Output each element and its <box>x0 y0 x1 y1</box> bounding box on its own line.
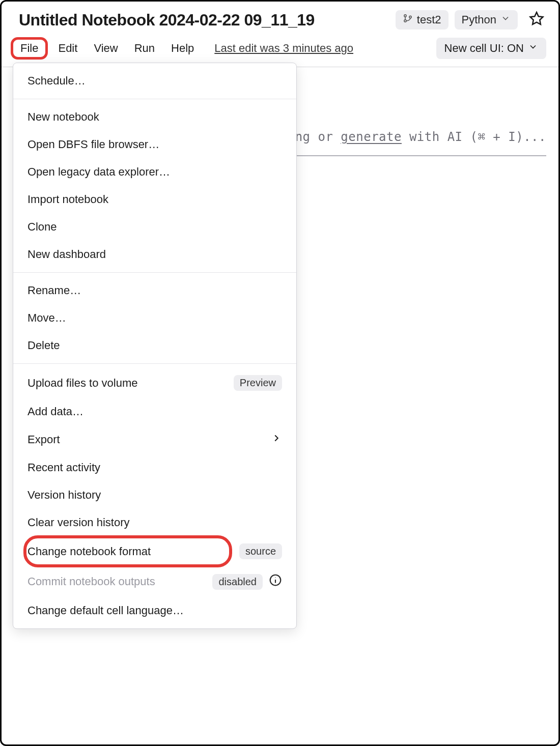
file-menu-recent-activity[interactable]: Recent activity <box>13 454 296 481</box>
file-menu-add-data[interactable]: Add data… <box>13 398 296 425</box>
menu-item-label: Version history <box>27 489 282 502</box>
cell-hint-suffix: with AI (⌘ + I)... <box>402 130 546 144</box>
branch-button[interactable]: test2 <box>396 10 449 30</box>
file-menu-dropdown: Schedule… New notebook Open DBFS file br… <box>13 63 297 629</box>
menu-item-label: Add data… <box>27 405 282 418</box>
file-menu-version-history[interactable]: Version history <box>13 481 296 509</box>
menu-item-label: Rename… <box>27 284 282 297</box>
title-row: Untitled Notebook 2024-02-22 09_11_19 te… <box>2 2 558 31</box>
generate-link[interactable]: generate <box>341 130 402 144</box>
notebook-title[interactable]: Untitled Notebook 2024-02-22 09_11_19 <box>19 11 315 30</box>
menu-item-label: New dashboard <box>27 248 282 261</box>
disabled-badge: disabled <box>212 574 263 590</box>
svg-point-0 <box>404 15 406 17</box>
menu-bar: File Edit View Run Help Last edit was 3 … <box>2 31 558 67</box>
branch-icon <box>403 13 413 26</box>
file-menu-open-dbfs[interactable]: Open DBFS file browser… <box>13 131 296 158</box>
menu-item-label: Commit notebook outputs <box>27 575 212 588</box>
menu-item-label: New notebook <box>27 110 282 124</box>
file-menu-open-legacy-explorer[interactable]: Open legacy data explorer… <box>13 158 296 186</box>
menu-item-label: Clone <box>27 220 282 234</box>
last-edit-link[interactable]: Last edit was 3 minutes ago <box>214 42 353 55</box>
file-menu-import-notebook[interactable]: Import notebook <box>13 186 296 213</box>
svg-marker-3 <box>530 12 543 24</box>
menu-item-label: Move… <box>27 311 282 325</box>
chevron-down-icon <box>500 13 511 26</box>
menu-item-label: Change default cell language… <box>27 604 282 617</box>
file-menu-upload-volume[interactable]: Upload files to volume Preview <box>13 368 296 398</box>
language-selector[interactable]: Python <box>455 10 518 30</box>
chevron-down-icon <box>528 42 538 55</box>
menu-item-label: Export <box>27 433 271 446</box>
menu-item-label: Import notebook <box>27 193 282 206</box>
code-cell-placeholder[interactable]: ng or generate with AI (⌘ + I)... <box>295 130 546 144</box>
menu-run[interactable]: Run <box>126 39 163 58</box>
menu-file[interactable]: File <box>11 37 48 60</box>
branch-label: test2 <box>417 13 441 26</box>
menu-item-label: Open legacy data explorer… <box>27 165 282 179</box>
file-menu-export[interactable]: Export <box>13 425 296 454</box>
svg-point-2 <box>409 16 411 18</box>
favorite-button[interactable] <box>527 9 546 31</box>
file-menu-new-dashboard[interactable]: New dashboard <box>13 241 296 268</box>
file-menu-schedule[interactable]: Schedule… <box>13 67 296 95</box>
file-menu-rename[interactable]: Rename… <box>13 277 296 304</box>
menu-edit[interactable]: Edit <box>50 39 86 58</box>
file-menu-delete[interactable]: Delete <box>13 332 296 359</box>
language-label: Python <box>462 13 497 26</box>
menu-item-label: Upload files to volume <box>27 377 234 390</box>
preview-badge: Preview <box>234 375 282 391</box>
cell-hint-prefix: ng or <box>295 130 341 144</box>
svg-point-1 <box>404 20 406 22</box>
menu-item-label: Delete <box>27 339 282 352</box>
menu-help[interactable]: Help <box>163 39 202 58</box>
menu-item-label: Open DBFS file browser… <box>27 138 282 151</box>
menu-item-label: Change notebook format <box>27 545 239 558</box>
menu-view[interactable]: View <box>86 39 126 58</box>
file-menu-new-notebook[interactable]: New notebook <box>13 103 296 131</box>
menu-item-label: Clear version history <box>27 516 282 529</box>
file-menu-schedule-label: Schedule… <box>27 74 282 88</box>
file-menu-clone[interactable]: Clone <box>13 213 296 241</box>
new-cell-ui-toggle[interactable]: New cell UI: ON <box>436 38 546 59</box>
format-badge: source <box>239 543 282 559</box>
chevron-right-icon <box>271 433 282 447</box>
file-menu-move[interactable]: Move… <box>13 304 296 332</box>
file-menu-clear-version-history[interactable]: Clear version history <box>13 509 296 536</box>
file-menu-commit-outputs: Commit notebook outputs disabled <box>13 566 296 597</box>
file-menu-change-default-language[interactable]: Change default cell language… <box>13 597 296 624</box>
svg-point-6 <box>275 577 275 578</box>
new-cell-ui-label: New cell UI: ON <box>444 42 524 55</box>
file-menu-change-notebook-format[interactable]: Change notebook format source <box>13 536 296 566</box>
star-icon <box>529 16 544 28</box>
menu-item-label: Recent activity <box>27 461 282 474</box>
info-icon[interactable] <box>263 573 282 590</box>
